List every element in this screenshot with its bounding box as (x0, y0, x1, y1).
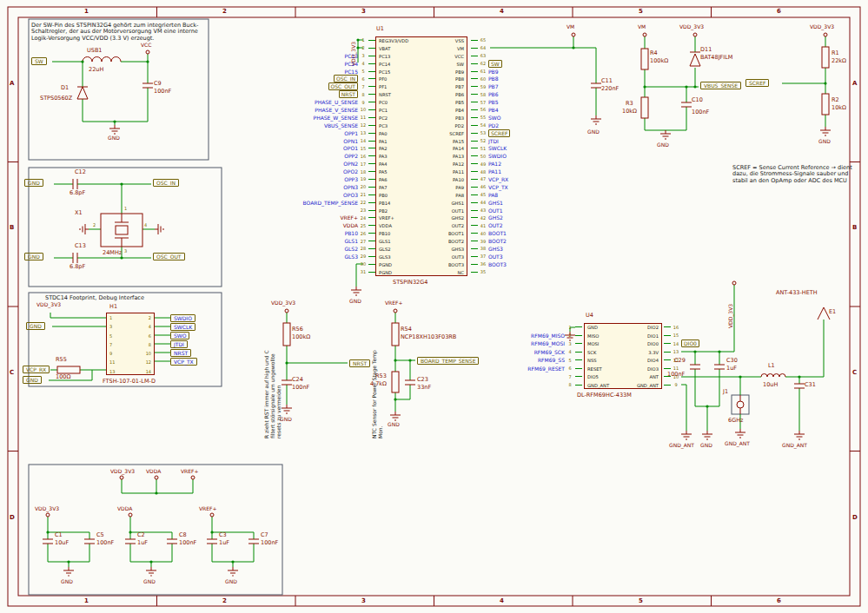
pin-row[interactable]: 40 BOOT1 (471, 229, 601, 237)
gnd-label[interactable]: GND (657, 142, 669, 148)
pin-row[interactable]: 63 (471, 52, 601, 60)
net-label[interactable]: PB9 (488, 69, 499, 75)
pin-row[interactable]: 39 BOOT2 (471, 237, 601, 245)
pin-row[interactable]: OSC_IN 6 (257, 75, 375, 82)
net-label[interactable]: PB4 (488, 107, 499, 113)
power-label[interactable]: VREF+ (199, 506, 217, 512)
vcc-power-label[interactable]: VCC (141, 43, 151, 49)
pin-row[interactable]: 44 GHS1 (471, 199, 601, 207)
net-label[interactable]: PHASE_V_SENSE (315, 107, 358, 113)
gnd-label[interactable]: GND (143, 579, 156, 585)
cap-value[interactable]: 100nF (667, 372, 685, 378)
pin-row[interactable]: RFM69_MISO 2 (495, 332, 582, 340)
pin-row[interactable]: 48 PA11 (471, 168, 601, 175)
hier-label[interactable]: NRST (170, 349, 191, 357)
pin-row[interactable]: 52 JTDI (471, 137, 601, 145)
net-label[interactable]: GLS2 (344, 246, 358, 252)
cap-value[interactable]: 100nF (154, 89, 171, 95)
net-label[interactable]: PA11 (488, 168, 501, 175)
cap-value[interactable]: 10uF (55, 540, 69, 546)
cap-ref[interactable]: C30 (726, 358, 738, 364)
pin-row[interactable]: 60 PB8 (471, 75, 601, 82)
pin-row[interactable]: PC13 3 (257, 52, 375, 60)
cap-value[interactable]: 6.8pF (70, 190, 85, 196)
pin-row[interactable]: 54 PD2 (471, 122, 601, 129)
resistor-ref[interactable]: R4 (650, 50, 658, 56)
pin-row[interactable]: VREF+ 24 (257, 214, 375, 221)
pin-row[interactable]: OPN3 20 (257, 183, 375, 191)
net-label[interactable]: SWCLK (488, 145, 507, 151)
net-label[interactable]: GLS1 (344, 238, 358, 244)
pin-row[interactable]: PHASE_W_SENSE 11 (257, 114, 375, 122)
gnd-hier-label[interactable]: GND (26, 322, 45, 330)
pin-row[interactable]: 43 OUT1 (471, 207, 601, 214)
cap-ref[interactable]: C1 (55, 532, 63, 538)
net-label[interactable]: BOOT3 (488, 261, 507, 267)
connector-ref[interactable]: J1 (723, 389, 728, 395)
net-label[interactable]: OPP3 (344, 176, 358, 182)
pin-row[interactable]: BOARD_TEMP_SENSE 22 (257, 199, 375, 207)
power-label[interactable]: VDD_3V3 (35, 506, 59, 512)
cap-value[interactable]: 220nF (601, 86, 619, 92)
net-label[interactable]: PB6 (488, 91, 499, 97)
net-label[interactable]: DIO0 (681, 339, 699, 347)
net-label[interactable]: OUT2 (488, 222, 503, 228)
net-label[interactable]: PD2 (488, 122, 499, 129)
cap-ref[interactable]: C11 (601, 78, 613, 84)
net-label[interactable]: PC14 (345, 61, 358, 67)
gnd-ant-label[interactable]: GND_ANT (725, 441, 750, 447)
vbus-sense-label[interactable]: VBUS_SENSE (700, 82, 741, 89)
resistor-value[interactable]: 100Ω (56, 374, 70, 380)
pin-row[interactable]: 55 SWO (471, 114, 601, 122)
resistor-value[interactable]: 100kΩ (650, 58, 668, 64)
cap-value[interactable]: 100nF (179, 540, 196, 546)
pin-row[interactable]: 1 (495, 323, 582, 332)
net-label[interactable]: GLS3 (344, 254, 358, 260)
net-label[interactable]: PC15 (345, 69, 358, 75)
debug-connector-body[interactable]: 135791113 2468101214 (106, 313, 155, 375)
pin-row[interactable]: 2 (257, 44, 375, 52)
hier-label[interactable]: SWDIO (170, 314, 195, 322)
pin-row[interactable]: PC15 5 (257, 68, 375, 76)
pin-row[interactable]: GLS2 28 (257, 245, 375, 253)
pin-row[interactable]: 1 (257, 36, 375, 44)
vdd-power-label[interactable]: VDD_3V3 (679, 24, 704, 30)
net-label[interactable]: PB5 (488, 99, 499, 105)
cap-ref[interactable]: C31 (805, 382, 816, 388)
connector-value[interactable]: FTSH-107-01-LM-D (103, 379, 156, 385)
pin-row[interactable]: 56 PB4 (471, 106, 601, 114)
pin-row[interactable]: 51 SWCLK (471, 144, 601, 152)
power-label[interactable]: VDDA (146, 469, 161, 475)
cap-ref[interactable]: C8 (179, 532, 187, 538)
pin-row[interactable]: 59 PB7 (471, 82, 601, 90)
resistor-value[interactable]: 10kΩ (622, 109, 637, 115)
vcp-rx-label[interactable]: VCP_RX (23, 366, 50, 373)
net-label[interactable]: PA8 (488, 192, 498, 198)
diode-value[interactable]: BAT48JFILM (700, 55, 732, 61)
sw-hier-label[interactable]: SW (31, 57, 47, 65)
gnd-label[interactable]: GND (818, 139, 831, 145)
net-label[interactable]: NRST (339, 90, 358, 98)
cap-ref[interactable]: C29 (674, 358, 686, 364)
resistor-ref[interactable]: R3 (626, 101, 633, 107)
gnd-label[interactable]: GND (349, 299, 361, 305)
resistor-ref[interactable]: R1 (832, 50, 839, 56)
crystal-value[interactable]: 24MHz (103, 250, 122, 256)
pin-row[interactable]: 36 BOOT3 (471, 260, 601, 268)
decoupling-group[interactable]: VDDA C2 1uF C8 100nF GND (116, 506, 199, 602)
resistor-value[interactable]: 100kΩ (292, 334, 310, 340)
net-label[interactable]: BOOT2 (488, 238, 507, 244)
cap-value[interactable]: 1uF (219, 540, 229, 546)
pin-row[interactable]: 64 (471, 44, 601, 52)
pin-row[interactable]: 62 SW (471, 60, 601, 68)
u4-value[interactable]: DL-RFM69HC-433M (577, 392, 632, 399)
net-label[interactable]: SCREF (488, 129, 510, 137)
antenna-value[interactable]: ANT-433-HETH (776, 290, 818, 296)
pin-row[interactable]: OPP1 13 (257, 129, 375, 137)
pin-row[interactable]: OPP3 19 (257, 175, 375, 183)
pin-row[interactable]: 42 GHS2 (471, 214, 601, 221)
pin-row[interactable]: 9 (664, 381, 761, 390)
pin-row[interactable]: OPO2 18 (257, 168, 375, 175)
thermistor-ref[interactable]: R54 (401, 326, 412, 333)
pin-row[interactable]: 30 (257, 260, 375, 268)
